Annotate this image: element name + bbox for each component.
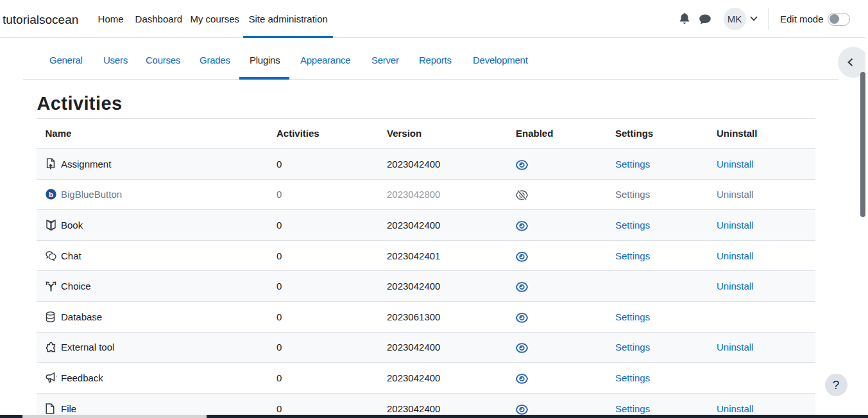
svg-text:b: b: [48, 191, 53, 198]
